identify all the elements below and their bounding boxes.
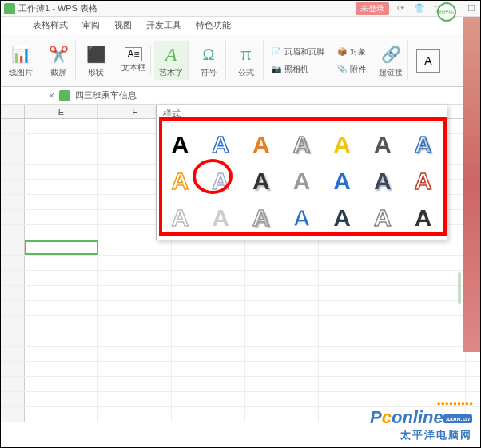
cell[interactable] xyxy=(319,286,392,300)
ribbon-textbox[interactable]: A≡ 文本框 xyxy=(117,46,151,75)
wordart-style-14[interactable]: A xyxy=(160,200,201,236)
ribbon-linechart[interactable]: 📊 线图片 xyxy=(4,41,38,80)
cell[interactable] xyxy=(392,286,466,300)
cell[interactable] xyxy=(25,362,98,376)
row-header[interactable] xyxy=(1,165,25,179)
cell[interactable] xyxy=(172,301,245,315)
wordart-style-16[interactable]: A xyxy=(240,200,281,236)
close-tab-button[interactable]: × xyxy=(49,90,54,101)
wordart-style-15[interactable]: A xyxy=(201,200,241,236)
cell[interactable] xyxy=(245,286,319,300)
cell[interactable] xyxy=(25,165,98,179)
cell[interactable] xyxy=(319,377,392,391)
cell[interactable] xyxy=(392,362,466,376)
cell[interactable] xyxy=(172,347,245,361)
cell[interactable] xyxy=(392,331,466,346)
tab-review[interactable]: 审阅 xyxy=(82,19,100,31)
refresh-icon[interactable]: ⟳ xyxy=(396,3,406,14)
ribbon-header-footer[interactable]: 📄页眉和页脚 xyxy=(272,45,324,59)
row-header[interactable] xyxy=(1,301,25,315)
cell[interactable] xyxy=(172,316,245,331)
wordart-style-17[interactable]: A xyxy=(281,200,322,236)
row-header[interactable] xyxy=(1,119,25,133)
row-header[interactable] xyxy=(1,331,25,346)
cell[interactable] xyxy=(25,392,98,406)
row-header[interactable] xyxy=(1,362,25,376)
cell[interactable] xyxy=(245,316,319,331)
row-header[interactable] xyxy=(1,316,25,331)
tab-table-style[interactable]: 表格样式 xyxy=(33,19,68,31)
cell[interactable] xyxy=(319,271,392,285)
cell[interactable] xyxy=(25,331,98,346)
login-button[interactable]: 未登录 xyxy=(356,2,389,15)
cell[interactable] xyxy=(245,331,319,346)
cell[interactable] xyxy=(245,377,319,391)
cell[interactable] xyxy=(25,210,98,224)
cell[interactable] xyxy=(25,240,98,255)
cell[interactable] xyxy=(245,301,319,315)
wordart-style-9[interactable]: A xyxy=(240,163,281,200)
cell[interactable] xyxy=(98,347,172,361)
row-header[interactable] xyxy=(1,286,25,300)
maximize-button[interactable]: ☐ xyxy=(466,3,477,14)
cell[interactable] xyxy=(245,392,319,406)
row-header[interactable] xyxy=(1,149,25,164)
row-header[interactable] xyxy=(1,134,25,149)
col-header-e[interactable]: E xyxy=(25,105,98,118)
cell[interactable] xyxy=(98,392,172,406)
ribbon-hyperlink[interactable]: 🔗 超链接 xyxy=(374,41,408,80)
cell[interactable] xyxy=(319,256,392,270)
cell[interactable] xyxy=(25,149,98,164)
row-header[interactable] xyxy=(1,256,25,270)
row-header[interactable] xyxy=(1,271,25,285)
cell[interactable] xyxy=(98,301,172,315)
cell[interactable] xyxy=(319,347,392,361)
zoom-badge[interactable]: 68% xyxy=(437,2,456,22)
cell[interactable] xyxy=(98,256,172,270)
wordart-style-3[interactable]: A xyxy=(281,126,322,163)
row-header[interactable] xyxy=(1,195,25,209)
cell[interactable] xyxy=(25,316,98,331)
wordart-style-1[interactable]: A xyxy=(201,126,241,163)
cell[interactable] xyxy=(319,316,392,331)
wordart-style-5[interactable]: A xyxy=(363,126,403,163)
cell[interactable] xyxy=(25,225,98,240)
cell[interactable] xyxy=(98,377,172,391)
cell[interactable] xyxy=(319,240,392,255)
cell[interactable] xyxy=(245,407,319,422)
cell[interactable] xyxy=(245,240,319,255)
cell[interactable] xyxy=(25,195,98,209)
cell[interactable] xyxy=(25,180,98,194)
cell[interactable] xyxy=(25,134,98,149)
cell[interactable] xyxy=(245,271,319,285)
row-header[interactable] xyxy=(1,180,25,194)
row-header[interactable] xyxy=(1,240,25,255)
cell[interactable] xyxy=(98,286,172,300)
cell[interactable] xyxy=(392,301,466,315)
cell[interactable] xyxy=(392,347,466,361)
cell[interactable] xyxy=(172,392,245,406)
ribbon-wordart[interactable]: A 艺术字 xyxy=(154,41,189,80)
wordart-style-18[interactable]: A xyxy=(322,200,363,236)
cell[interactable] xyxy=(392,377,466,391)
row-header[interactable] xyxy=(1,225,25,240)
cell[interactable] xyxy=(25,271,98,285)
cell[interactable] xyxy=(172,362,245,376)
cell[interactable] xyxy=(172,271,245,285)
cell[interactable] xyxy=(245,347,319,361)
cell[interactable] xyxy=(25,256,98,270)
wordart-style-20[interactable]: A xyxy=(403,200,443,236)
wordart-style-6[interactable]: A xyxy=(403,126,443,163)
tab-dev-tools[interactable]: 开发工具 xyxy=(146,19,181,31)
cell[interactable] xyxy=(25,347,98,361)
ribbon-shape[interactable]: ⬛ 形状 xyxy=(79,41,113,80)
cell[interactable] xyxy=(172,331,245,346)
cell[interactable] xyxy=(98,240,172,255)
cell[interactable] xyxy=(25,119,98,133)
row-header[interactable] xyxy=(1,392,25,406)
wordart-style-12[interactable]: A xyxy=(363,163,403,200)
cell[interactable] xyxy=(98,331,172,346)
cell[interactable] xyxy=(245,256,319,270)
cell[interactable] xyxy=(25,377,98,391)
cell[interactable] xyxy=(172,286,245,300)
